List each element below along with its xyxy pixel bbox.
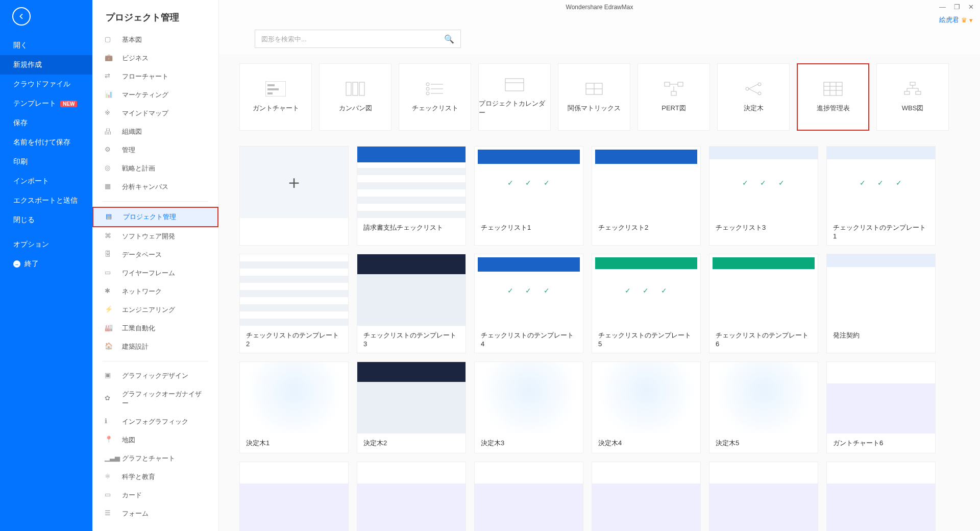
cat-infographic[interactable]: ℹインフォグラフィック <box>92 413 218 431</box>
nav-open[interactable]: 開く <box>0 36 92 55</box>
subtype-checklist[interactable]: チェックリスト <box>399 63 471 131</box>
image-icon: ▣ <box>105 371 114 380</box>
template-card[interactable]: チェックリストのテンプレート2 <box>239 254 349 353</box>
search-icon[interactable]: 🔍 <box>444 34 454 44</box>
exit-icon: – <box>13 260 20 268</box>
factory-icon: 🏭 <box>105 324 114 333</box>
template-card[interactable] <box>357 462 466 531</box>
template-card[interactable]: チェックリストのテンプレート6 <box>709 254 818 353</box>
cat-arch[interactable]: 🏠建築設計 <box>92 337 218 356</box>
pert-icon <box>664 81 684 96</box>
template-card[interactable]: チェックリスト3 <box>709 146 818 246</box>
back-button[interactable] <box>12 7 31 26</box>
content-scroll[interactable]: ガントチャート カンバン図 チェックリスト プロジェクトカレンダー 関係マトリッ… <box>219 54 980 531</box>
svg-rect-2 <box>267 88 279 90</box>
subtype-kanban[interactable]: カンバン図 <box>319 63 391 131</box>
template-card[interactable]: チェックリストのテンプレート5 <box>592 254 701 353</box>
cat-strategy[interactable]: ◎戦略と計画 <box>92 159 218 178</box>
template-card[interactable] <box>592 462 701 531</box>
cat-wireframe[interactable]: ▭ワイヤーフレーム <box>92 264 218 282</box>
template-card[interactable] <box>826 462 936 531</box>
cat-engineering[interactable]: ⚡エンジニアリング <box>92 301 218 319</box>
cat-form[interactable]: ☰フォーム <box>92 504 218 523</box>
nav-import[interactable]: インポート <box>0 172 92 191</box>
template-card[interactable]: 請求書支払チェックリスト <box>357 146 466 246</box>
subtype-decision[interactable]: 決定木 <box>717 63 790 131</box>
cat-org[interactable]: 品組織図 <box>92 123 218 141</box>
template-card[interactable]: チェックリスト2 <box>592 146 701 246</box>
cat-project[interactable]: ▤プロジェクト管理 <box>92 207 218 227</box>
cat-chart[interactable]: ▁▃▅グラフとチャート <box>92 449 218 468</box>
cat-business[interactable]: 💼ビジネス <box>92 49 218 67</box>
template-card[interactable]: チェックリストのテンプレート1 <box>826 146 936 246</box>
code-icon: ⌘ <box>105 232 114 241</box>
subtype-gantt[interactable]: ガントチャート <box>239 63 312 131</box>
minimize-button[interactable]: — <box>939 3 946 11</box>
cat-basic[interactable]: ▢基本図 <box>92 31 218 49</box>
template-card[interactable]: チェックリストのテンプレート3 <box>357 254 466 353</box>
cat-flowchart[interactable]: ⇄フローチャート <box>92 67 218 86</box>
template-card[interactable]: チェックリストのテンプレート4 <box>474 254 583 353</box>
nav-print[interactable]: 印刷 <box>0 152 92 172</box>
nav-template-label: テンプレート <box>13 99 56 108</box>
app-title: Wondershare EdrawMax <box>566 4 633 11</box>
subtype-pert[interactable]: PERT図 <box>638 63 710 131</box>
subtype-matrix[interactable]: 関係マトリックス <box>558 63 630 131</box>
template-card[interactable]: 決定木5 <box>709 361 818 453</box>
cat-industrial[interactable]: 🏭工業自動化 <box>92 319 218 337</box>
close-button[interactable]: ✕ <box>968 3 974 11</box>
svg-rect-1 <box>267 84 275 86</box>
subtype-calendar[interactable]: プロジェクトカレンダー <box>478 63 551 131</box>
user-badge[interactable]: 絵虎君 ♛ ▾ <box>939 15 973 25</box>
cat-software[interactable]: ⌘ソフトウェア開発 <box>92 227 218 246</box>
nav-saveas[interactable]: 名前を付けて保存 <box>0 133 92 152</box>
nav-new[interactable]: 新規作成 <box>0 55 92 75</box>
mindmap-icon: ※ <box>105 109 114 118</box>
nav-exit-label: 終了 <box>24 259 39 269</box>
nav-template[interactable]: テンプレート NEW <box>0 94 92 113</box>
template-card[interactable]: ガントチャート6 <box>826 361 936 453</box>
nav-option[interactable]: オプション <box>0 235 92 254</box>
search-input[interactable] <box>261 35 444 43</box>
template-card[interactable]: 決定木1 <box>239 361 349 453</box>
card-icon: ▭ <box>105 491 114 500</box>
cat-network[interactable]: ✱ネットワーク <box>92 282 218 301</box>
matrix-icon <box>584 81 604 96</box>
template-card[interactable]: 決定木2 <box>357 361 466 453</box>
subtype-progress[interactable]: 進捗管理表 <box>797 63 869 131</box>
nav-cloud[interactable]: クラウドファイル <box>0 75 92 94</box>
chevron-down-icon: ▾ <box>969 16 973 24</box>
nav-save[interactable]: 保存 <box>0 113 92 133</box>
svg-rect-33 <box>910 82 915 85</box>
subtype-row: ガントチャート カンバン図 チェックリスト プロジェクトカレンダー 関係マトリッ… <box>239 63 960 131</box>
maximize-button[interactable]: ❐ <box>954 3 960 11</box>
template-card[interactable]: 決定木4 <box>592 361 701 453</box>
cat-database[interactable]: 🗄データベース <box>92 246 218 264</box>
cat-marketing[interactable]: 📊マーケティング <box>92 86 218 104</box>
template-card[interactable]: チェックリスト1 <box>474 146 583 246</box>
cat-card[interactable]: ▭カード <box>92 486 218 504</box>
template-card[interactable] <box>239 462 349 531</box>
template-card[interactable] <box>474 462 583 531</box>
template-card[interactable]: 決定木3 <box>474 361 583 453</box>
cat-manage[interactable]: ⚙管理 <box>92 141 218 159</box>
subtype-wbs[interactable]: WBS図 <box>876 63 949 131</box>
search-bar[interactable]: 🔍 <box>255 30 461 48</box>
nav-close[interactable]: 閉じる <box>0 210 92 230</box>
cat-science[interactable]: ⚛科学と教育 <box>92 468 218 486</box>
canvas-icon: ▦ <box>105 182 114 191</box>
cat-map[interactable]: 📍地図 <box>92 431 218 449</box>
svg-line-27 <box>749 89 758 93</box>
svg-point-24 <box>758 83 761 86</box>
cat-canvas[interactable]: ▦分析キャンバス <box>92 178 218 196</box>
template-new-blank[interactable]: ＋ <box>239 146 349 246</box>
cat-graphic[interactable]: ▣グラフィックデザイン <box>92 367 218 385</box>
svg-rect-35 <box>916 91 921 94</box>
new-badge: NEW <box>60 101 77 107</box>
nav-exit[interactable]: – 終了 <box>0 254 92 274</box>
template-card[interactable] <box>709 462 818 531</box>
cat-organizer[interactable]: ✿グラフィックオーガナイザー <box>92 385 218 413</box>
template-card[interactable]: 発注契約 <box>826 254 936 353</box>
cat-mindmap[interactable]: ※マインドマップ <box>92 104 218 123</box>
nav-export[interactable]: エクスポートと送信 <box>0 191 92 210</box>
